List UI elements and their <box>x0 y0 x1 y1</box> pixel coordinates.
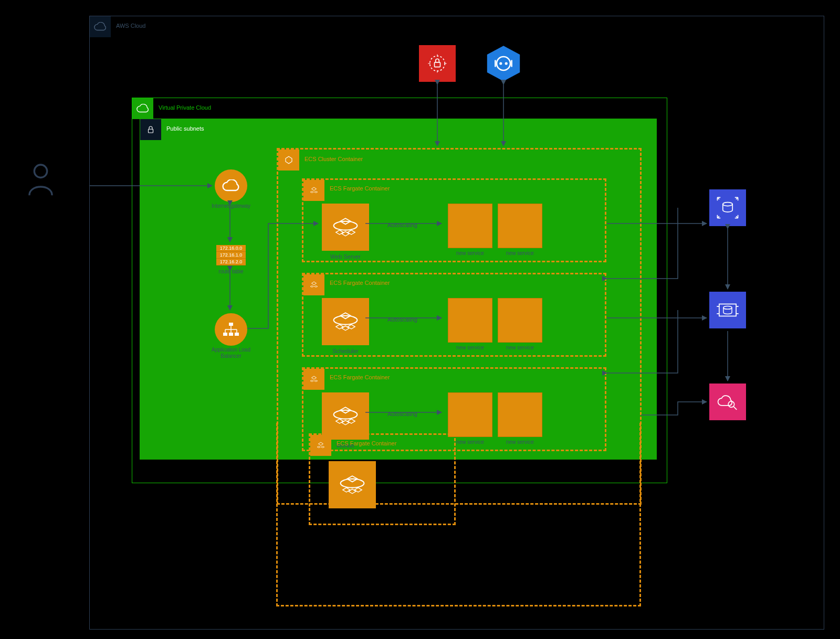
fargate-label: ECS Fargate Container <box>337 440 396 446</box>
new-service-box <box>498 204 542 248</box>
route-table: 172.16.0.0 172.16.1.0 172.16.2.0 <box>216 245 246 265</box>
ecs-fargate-container-1: ECS Fargate Container Web Server Autosca… <box>302 178 606 262</box>
cloud-icon <box>132 98 153 119</box>
svg-point-1 <box>430 56 445 71</box>
svc-label: new service <box>498 345 542 350</box>
svg-marker-27 <box>312 187 317 190</box>
svg-rect-17 <box>229 323 233 326</box>
svg-rect-23 <box>223 333 227 336</box>
aws-cloud-container: AWS Cloud <box>89 16 824 630</box>
route-row: 172.16.1.0 <box>216 252 246 259</box>
fargate-label: ECS Fargate Container <box>330 185 390 191</box>
svg-line-15 <box>734 407 737 410</box>
svc-label: new service <box>448 250 492 256</box>
route-table-label: route table <box>208 269 254 274</box>
igw-label: Internet gateway <box>209 203 253 209</box>
svg-marker-44 <box>310 380 313 382</box>
svg-rect-16 <box>149 129 153 133</box>
svg-marker-28 <box>310 191 313 193</box>
svc-label: new service <box>498 250 542 256</box>
ecs-cluster-label: ECS Cluster Container <box>304 156 363 162</box>
fargate-node <box>329 461 376 508</box>
svg-rect-24 <box>229 333 233 336</box>
new-service-box <box>448 298 492 343</box>
vpc-label: Virtual Private Cloud <box>159 104 211 111</box>
svg-marker-52 <box>317 446 320 448</box>
route-row: 172.16.0.0 <box>216 245 246 252</box>
fargate-icon <box>303 180 324 201</box>
internet-gateway-icon <box>215 169 247 202</box>
node-label: Web Server <box>322 253 369 260</box>
svg-marker-37 <box>314 286 318 287</box>
ecs-fargate-container-2: ECS Fargate Container Scheduler Autoscal… <box>302 273 606 357</box>
svg-marker-35 <box>312 282 317 285</box>
fargate-icon <box>303 274 324 295</box>
svg-point-11 <box>723 203 732 206</box>
alb-label: Application Load Balancer <box>209 347 253 359</box>
ecs-fargate-container-4: ECS Fargate Container <box>309 433 456 525</box>
svg-point-54 <box>341 479 364 488</box>
storage-service-2 <box>709 292 746 328</box>
ecs-cluster-extension: ECS Fargate Container <box>276 423 641 606</box>
svc-label: new service <box>448 345 492 350</box>
web-server-node <box>322 204 369 251</box>
alb-icon <box>215 313 247 346</box>
app-config-box <box>482 42 524 84</box>
svg-point-10 <box>505 62 508 65</box>
aws-cloud-label: AWS Cloud <box>116 23 145 29</box>
svg-point-46 <box>334 410 358 419</box>
svg-marker-29 <box>314 191 318 193</box>
node-label: Scheduler <box>322 348 369 354</box>
svg-marker-51 <box>319 442 323 445</box>
svg-point-0 <box>34 165 47 177</box>
fargate-label: ECS Fargate Container <box>330 374 390 380</box>
svg-marker-53 <box>321 446 324 448</box>
svg-point-30 <box>334 221 358 230</box>
route-row: 172.16.2.0 <box>216 259 246 265</box>
svg-point-13 <box>723 306 732 310</box>
fargate-icon <box>303 369 324 390</box>
svg-marker-36 <box>310 286 313 287</box>
autoscaling-label: Autoscaling <box>387 411 417 417</box>
svg-marker-45 <box>314 380 318 382</box>
hexagon-icon <box>278 150 299 171</box>
svg-rect-2 <box>435 62 440 67</box>
lock-icon <box>140 119 161 140</box>
fargate-icon <box>310 435 331 456</box>
svg-marker-7 <box>487 46 520 81</box>
cloud-icon <box>90 16 111 37</box>
svg-point-9 <box>499 62 502 65</box>
storage-service-1 <box>709 189 746 226</box>
monitoring-service <box>709 384 746 420</box>
svg-point-38 <box>334 316 358 325</box>
new-service-box <box>448 204 492 248</box>
autoscaling-label: Autoscaling <box>387 222 417 228</box>
user-icon <box>26 163 55 197</box>
fargate-label: ECS Fargate Container <box>330 280 390 286</box>
public-subnets-container: Public subnets Internet gateway 172.16.0… <box>140 119 657 460</box>
scheduler-node <box>322 298 369 345</box>
subnet-label: Public subnets <box>166 125 204 132</box>
new-service-box <box>498 298 542 343</box>
svg-marker-43 <box>312 376 317 379</box>
autoscaling-label: Autoscaling <box>387 316 417 323</box>
svg-marker-26 <box>286 156 292 164</box>
svg-rect-25 <box>235 333 239 336</box>
security-service-box <box>419 45 456 82</box>
